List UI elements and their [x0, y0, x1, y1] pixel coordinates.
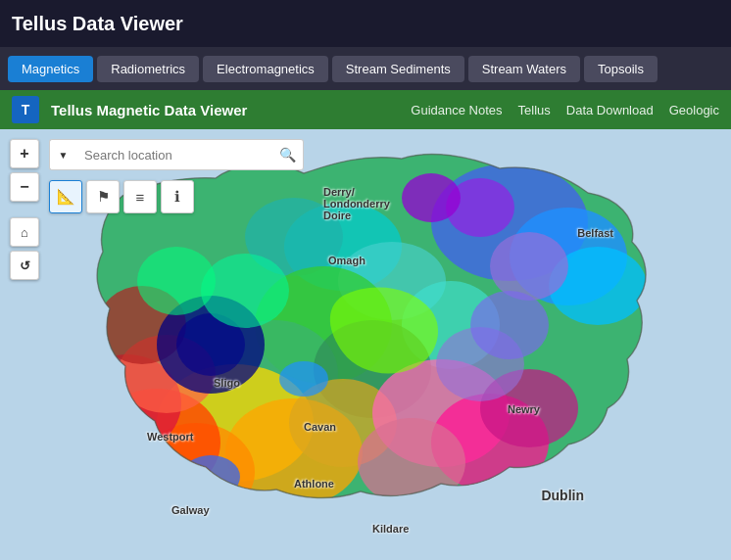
- sub-header: T Tellus Magnetic Data Viewer Guidance N…: [0, 90, 731, 129]
- search-go-button[interactable]: 🔍: [272, 139, 304, 170]
- info-tool-button[interactable]: ℹ: [161, 180, 194, 213]
- svg-point-32: [137, 247, 216, 315]
- app-title: Tellus Data Viewer: [12, 13, 183, 35]
- search-dropdown-button[interactable]: ▼: [49, 139, 76, 170]
- measure-tool-button[interactable]: 📐: [49, 180, 82, 213]
- zoom-in-button[interactable]: +: [10, 139, 39, 168]
- sub-header-links: Guidance Notes Tellus Data Download Geol…: [411, 103, 719, 117]
- search-bar: ▼ 🔍: [49, 139, 304, 170]
- refresh-button[interactable]: ↺: [10, 251, 39, 280]
- tool-buttons: 📐 ⚑ ≡ ℹ: [49, 180, 194, 213]
- data-download-link[interactable]: Data Download: [566, 103, 654, 117]
- marker-tool-button[interactable]: ⚑: [86, 180, 120, 213]
- tab-stream-sediments[interactable]: Stream Sediments: [332, 56, 464, 82]
- tellus-link[interactable]: Tellus: [518, 103, 551, 117]
- tab-stream-waters[interactable]: Stream Waters: [468, 56, 580, 82]
- tab-topsoils[interactable]: Topsoils: [584, 56, 658, 82]
- map-container[interactable]: + − ⌂ ↺ ▼ 🔍 📐 ⚑ ≡ ℹ Derry/LondonderryDoi…: [0, 129, 731, 560]
- tab-electromagnetics[interactable]: Electromagnetics: [203, 56, 328, 82]
- geologic-link[interactable]: Geologic: [669, 103, 719, 117]
- svg-point-34: [279, 361, 328, 397]
- svg-point-5: [490, 232, 568, 301]
- map-zoom-controls: + − ⌂ ↺: [10, 139, 39, 280]
- svg-point-31: [201, 254, 289, 328]
- svg-point-7: [402, 173, 461, 222]
- app-logo: T: [12, 96, 39, 123]
- zoom-out-button[interactable]: −: [10, 172, 39, 202]
- app-title-bar: Tellus Data Viewer: [0, 0, 731, 47]
- home-button[interactable]: ⌂: [10, 217, 39, 247]
- guidance-notes-link[interactable]: Guidance Notes: [411, 103, 502, 117]
- layers-tool-button[interactable]: ≡: [123, 180, 157, 213]
- sub-header-title: Tellus Magnetic Data Viewer: [51, 102, 399, 118]
- tab-radiometrics[interactable]: Radiometrics: [97, 56, 199, 82]
- svg-point-30: [470, 291, 549, 359]
- search-input[interactable]: [76, 139, 272, 170]
- nav-tabs-bar: Magnetics Radiometrics Electromagnetics …: [0, 47, 731, 90]
- tab-magnetics[interactable]: Magnetics: [8, 56, 93, 82]
